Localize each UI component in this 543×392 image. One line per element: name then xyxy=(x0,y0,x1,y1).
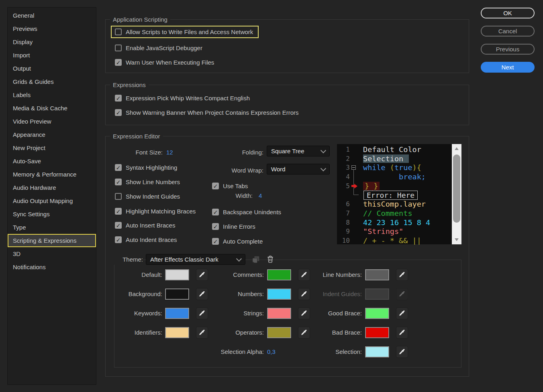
selection-swatch[interactable] xyxy=(365,346,389,357)
allow-scripts-to-write-files-and-access-network-checkbox[interactable] xyxy=(115,28,122,35)
color-row: Selection Alpha:0,3Selection: xyxy=(114,342,461,362)
eyedropper-icon[interactable] xyxy=(396,327,408,339)
code-text: / + - * && || xyxy=(363,236,421,245)
auto-insert-braces-checkbox[interactable]: ✓ xyxy=(115,222,122,229)
sidebar-item-new-project[interactable]: New Project xyxy=(8,141,96,154)
eyedropper-icon xyxy=(396,288,408,300)
sidebar-item-audio-hardware[interactable]: Audio Hardware xyxy=(8,181,96,194)
expression-pick-whip-writes-compact-english-checkbox[interactable]: ✓ xyxy=(115,95,122,102)
color-row: Background:Numbers:Indent Guides: xyxy=(114,284,461,304)
tab-width-value[interactable]: 4 xyxy=(259,191,262,201)
eyedropper-icon[interactable] xyxy=(396,346,408,358)
error-tooltip: Error: Here xyxy=(363,191,418,200)
eyedropper-icon[interactable] xyxy=(396,307,408,319)
code-line: 1Default Color xyxy=(337,145,452,154)
next-button[interactable]: Next xyxy=(481,62,535,73)
sidebar-item-previews[interactable]: Previews xyxy=(8,22,96,35)
theme-select[interactable]: After Effects Classic Dark xyxy=(146,254,245,265)
eyedropper-icon[interactable] xyxy=(196,327,208,339)
checkbox-label: Auto Complete xyxy=(223,238,263,245)
code-line: 7// Comments xyxy=(337,209,452,218)
warn-user-when-executing-files-checkbox[interactable]: ✓ xyxy=(115,59,122,66)
line-numbers-swatch[interactable] xyxy=(365,269,389,280)
checkbox-label: Auto Indent Braces xyxy=(126,236,177,243)
scroll-down-icon[interactable] xyxy=(452,236,461,244)
eyedropper-icon[interactable] xyxy=(298,307,310,319)
syntax-highlighting-checkbox[interactable]: ✓ xyxy=(115,164,122,171)
backspace-unindents-checkbox[interactable]: ✓ xyxy=(212,209,219,215)
sidebar-item-audio-output-mapping[interactable]: Audio Output Mapping xyxy=(8,194,96,207)
sidebar-item-notifications[interactable]: Notifications xyxy=(8,260,96,274)
duplicate-theme-icon[interactable] xyxy=(251,255,261,264)
line-number: 4 xyxy=(337,172,350,181)
sidebar-item-memory-performance[interactable]: Memory & Performance xyxy=(8,168,96,181)
eyedropper-icon[interactable] xyxy=(298,269,310,281)
chevron-down-icon xyxy=(236,256,242,261)
sidebar-item-sync-settings[interactable]: Sync Settings xyxy=(8,207,96,221)
folding-select[interactable]: Square Tree xyxy=(267,146,330,156)
background-swatch[interactable] xyxy=(165,288,189,300)
word-wrap-select[interactable]: Word xyxy=(267,164,330,175)
fold-collapse-icon[interactable] xyxy=(351,165,356,170)
use-tabs-checkbox[interactable]: ✓ xyxy=(212,183,219,189)
checkbox-row: ✓Warn User When Executing Files xyxy=(115,57,214,67)
color-row: Identifiers:Operators:Bad Brace: xyxy=(114,323,461,342)
indent-guides-label: Indent Guides: xyxy=(313,284,362,304)
checkbox-label: Backspace Unindents xyxy=(223,209,281,215)
sidebar-item-3d[interactable]: 3D xyxy=(8,247,96,260)
eyedropper-icon[interactable] xyxy=(196,269,208,281)
show-warning-banner-when-project-contains-expression-errors-checkbox[interactable]: ✓ xyxy=(115,109,122,116)
checkbox-label: Allow Scripts to Write Files and Access … xyxy=(126,28,253,35)
sidebar-item-import[interactable]: Import xyxy=(8,49,96,62)
checkbox-label: Enable JavaScript Debugger xyxy=(126,45,202,51)
sidebar-item-general[interactable]: General xyxy=(8,9,96,22)
inline-errors-checkbox[interactable]: ✓ xyxy=(212,223,219,230)
font-size-value[interactable]: 12 xyxy=(166,148,173,157)
preferences-dialog: { "sidebar": { "items": [ {"label": "Gen… xyxy=(0,0,543,392)
eyedropper-icon[interactable] xyxy=(298,288,310,300)
sidebar-item-video-preview[interactable]: Video Preview xyxy=(8,115,96,128)
cancel-button[interactable]: Cancel xyxy=(481,26,535,37)
sidebar-item-labels[interactable]: Labels xyxy=(8,88,96,102)
show-line-numbers-checkbox[interactable]: ✓ xyxy=(115,179,122,185)
code-text: "Strings" xyxy=(363,227,403,236)
section-title: Application Scripting xyxy=(110,16,170,23)
ok-button[interactable]: OK xyxy=(481,8,535,18)
scroll-up-icon[interactable] xyxy=(452,145,461,152)
operators-swatch[interactable] xyxy=(267,327,291,338)
comments-swatch[interactable] xyxy=(267,269,291,280)
sidebar-item-display[interactable]: Display xyxy=(8,35,96,49)
scrollbar-thumb[interactable] xyxy=(453,154,460,223)
enable-javascript-debugger-checkbox[interactable] xyxy=(115,45,122,51)
strings-swatch[interactable] xyxy=(267,308,291,319)
code-preview-scrollbar[interactable] xyxy=(452,144,461,244)
color-row: Keywords:Strings:Good Brace: xyxy=(114,304,461,323)
good-brace-swatch[interactable] xyxy=(365,308,389,319)
sidebar-item-type[interactable]: Type xyxy=(8,221,96,234)
sidebar-item-scripting-expressions[interactable]: Scripting & Expressions xyxy=(8,234,96,247)
sidebar-item-appearance[interactable]: Appearance xyxy=(8,128,96,141)
numbers-swatch[interactable] xyxy=(267,288,291,300)
sidebar-item-output[interactable]: Output xyxy=(8,62,96,75)
sidebar-item-media-disk-cache[interactable]: Media & Disk Cache xyxy=(8,102,96,115)
eyedropper-icon[interactable] xyxy=(196,288,208,300)
code-text: Selection xyxy=(363,154,409,163)
eyedropper-icon[interactable] xyxy=(298,327,310,339)
sidebar-item-grids-guides[interactable]: Grids & Guides xyxy=(8,75,96,88)
sidebar-item-auto-save[interactable]: Auto-Save xyxy=(8,154,96,168)
trash-icon[interactable] xyxy=(265,254,275,264)
bad-brace-swatch[interactable] xyxy=(365,327,389,338)
eyedropper-icon[interactable] xyxy=(196,307,208,319)
auto-complete-checkbox[interactable]: ✓ xyxy=(212,238,219,245)
code-line: 3while (true){ xyxy=(337,163,452,172)
show-indent-guides-checkbox[interactable] xyxy=(115,193,122,200)
auto-indent-braces-checkbox[interactable]: ✓ xyxy=(115,236,122,243)
checkbox-row: Allow Scripts to Write Files and Access … xyxy=(111,26,259,38)
identifiers-swatch[interactable] xyxy=(165,327,189,338)
selection-alpha-value[interactable]: 0,3 xyxy=(267,342,276,362)
previous-button[interactable]: Previous xyxy=(481,44,535,55)
highlight-matching-braces-checkbox[interactable]: ✓ xyxy=(115,208,122,215)
eyedropper-icon[interactable] xyxy=(396,269,408,281)
keywords-swatch[interactable] xyxy=(165,308,189,319)
default-swatch[interactable] xyxy=(165,269,189,280)
